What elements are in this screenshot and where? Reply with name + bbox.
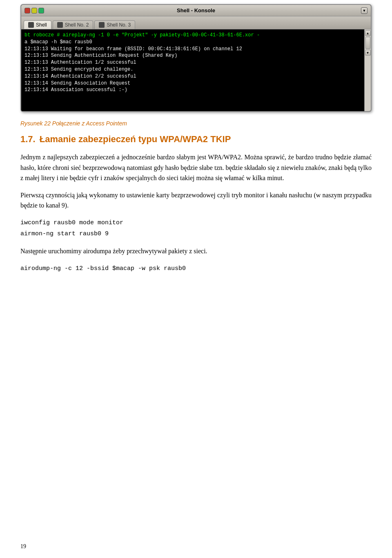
terminal-line: 12:13:13 Authentication 1/2 successful	[24, 59, 361, 66]
terminal-window: Shell - Konsole ▼ Shell Shell No. 2 Shel…	[20, 4, 372, 112]
tab-icon-3	[99, 22, 105, 28]
terminal-scrollbar[interactable]: ▲ ▼	[364, 29, 371, 111]
tab-label-1: Shell	[36, 22, 47, 28]
section-header: 1.7. Łamanie zabezpieczeń typu WPA/WPA2 …	[20, 134, 372, 145]
maximize-button[interactable]	[38, 8, 44, 13]
content-area: Rysunek 22 Połączenie z Access Pointem 1…	[0, 112, 392, 297]
terminal-line: 12:13:14 Authentication 2/2 successful	[24, 73, 361, 80]
section-title: Łamanie zabezpieczeń typu WPA/WPA2 TKIP	[40, 134, 231, 145]
terminal-body: bt robocze # aireplay-ng -1 0 -e "Projek…	[21, 29, 364, 111]
paragraph-3: Następnie uruchomimy airodumpa żeby prze…	[20, 246, 372, 257]
terminal-content: bt robocze # aireplay-ng -1 0 -e "Projek…	[21, 29, 364, 111]
code-block-1: iwconfig rausb0 mode monitorairmon-ng st…	[20, 217, 372, 239]
tab-shell-2[interactable]: Shell No. 2	[53, 20, 94, 29]
window-title: Shell - Konsole	[177, 7, 215, 13]
scroll-down-button[interactable]: ▼	[365, 50, 371, 56]
terminal-line: 12:13:14 Sending Association Request	[24, 80, 361, 87]
tab-icon-2	[57, 22, 63, 28]
figure-caption: Rysunek 22 Połączenie z Access Pointem	[20, 120, 372, 127]
paragraph-2: Pierwszą czynnością jaką wykonamy to ust…	[20, 190, 372, 211]
paragraph-1: Jednym z najlepszych zabezpieczeń a jedn…	[20, 152, 372, 183]
tab-icon-1	[28, 22, 34, 28]
terminal-line: bt robocze # aireplay-ng -1 0 -e "Projek…	[24, 32, 361, 39]
terminal-line: 12:13:13 Waiting for beacon frame (BSSID…	[24, 46, 361, 53]
section-number: 1.7.	[20, 134, 36, 145]
code-line: iwconfig rausb0 mode monitor	[20, 217, 372, 228]
settings-icon: ▼	[363, 9, 366, 13]
terminal-line: 12:13:14 Association successful :-)	[24, 87, 361, 94]
close-button[interactable]	[24, 8, 30, 13]
scroll-up-button[interactable]: ▲	[365, 30, 371, 36]
minimize-button[interactable]	[31, 8, 37, 13]
scroll-thumb[interactable]	[365, 37, 370, 49]
terminal-line: 12:13:13 Sending Authentication Request …	[24, 52, 361, 59]
tab-label-3: Shell No. 3	[107, 22, 131, 28]
terminal-line: a $macap -h $mac rausb0	[24, 39, 361, 46]
tab-shell-1[interactable]: Shell	[24, 20, 51, 29]
tab-label-2: Shell No. 2	[65, 22, 89, 28]
terminal-titlebar: Shell - Konsole ▼	[21, 5, 371, 16]
terminal-main: bt robocze # aireplay-ng -1 0 -e "Projek…	[21, 29, 371, 111]
code-line: airmon-ng start rausb0 9	[20, 228, 372, 239]
terminal-line: 12:13:13 Sending encrypted challenge.	[24, 66, 361, 73]
settings-button[interactable]: ▼	[361, 7, 368, 14]
code-block-2: airodump-ng -c 12 -bssid $macap -w psk r…	[20, 263, 372, 274]
terminal-tabs: Shell Shell No. 2 Shell No. 3	[21, 16, 371, 29]
code-line: airodump-ng -c 12 -bssid $macap -w psk r…	[20, 263, 372, 274]
tab-shell-3[interactable]: Shell No. 3	[94, 20, 135, 29]
page-number: 19	[20, 543, 26, 550]
